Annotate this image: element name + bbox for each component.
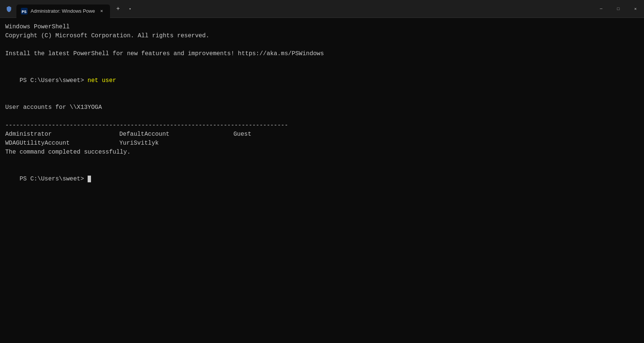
terminal-success: The command completed successfully. <box>5 148 639 157</box>
powershell-tab-icon: PS <box>21 8 28 15</box>
maximize-button[interactable]: □ <box>610 0 627 18</box>
svg-text:PS: PS <box>22 10 27 14</box>
terminal-separator: ----------------------------------------… <box>5 121 639 130</box>
close-button[interactable]: ✕ <box>627 0 644 18</box>
account4: WDAGUtilityAccount <box>5 139 119 148</box>
tab-close-button[interactable]: ✕ <box>98 7 106 15</box>
new-tab-button[interactable]: + <box>111 2 125 16</box>
tab-dropdown-button[interactable]: ▾ <box>125 4 135 14</box>
terminal-prompt-1: PS C:\Users\sweet> net user <box>5 67 639 94</box>
terminal-content[interactable]: Windows PowerShell Copyright (C) Microso… <box>0 18 644 343</box>
spacer-1 <box>5 40 639 49</box>
account1: Administrator <box>5 130 119 139</box>
terminal-line-1: Windows PowerShell <box>5 22 639 31</box>
shield-icon <box>3 3 15 15</box>
terminal-accounts-row2: WDAGUtilityAccountYuriSvitlyk <box>5 139 639 148</box>
terminal-prompt-2: PS C:\Users\sweet> <box>5 166 639 192</box>
titlebar: PS Administrator: Windows Powe ✕ + ▾ ─ □… <box>0 0 644 18</box>
tab-title: Administrator: Windows Powe <box>31 8 95 14</box>
command-1: net user <box>88 77 116 84</box>
prompt-text-1: PS C:\Users\sweet> <box>19 77 87 84</box>
terminal-line-2: Copyright (C) Microsoft Corporation. All… <box>5 31 639 40</box>
terminal-accounts-row1: AdministratorDefaultAccountGuest <box>5 130 639 139</box>
account5: YuriSvitlyk <box>119 140 159 147</box>
cursor <box>88 176 91 182</box>
terminal-user-accounts-header: User accounts for \\X13YOGA <box>5 103 639 112</box>
spacer-4 <box>5 112 639 121</box>
spacer-3 <box>5 94 639 103</box>
spacer-2 <box>5 58 639 67</box>
window-controls: ─ □ ✕ <box>593 0 644 18</box>
account3: Guest <box>233 131 251 138</box>
spacer-5 <box>5 157 639 166</box>
active-tab[interactable]: PS Administrator: Windows Powe ✕ <box>16 4 110 18</box>
terminal-line-4: Install the latest PowerShell for new fe… <box>5 49 639 58</box>
prompt-text-2: PS C:\Users\sweet> <box>19 176 87 182</box>
account2: DefaultAccount <box>119 130 233 139</box>
titlebar-left: PS Administrator: Windows Powe ✕ + ▾ <box>0 2 593 16</box>
minimize-button[interactable]: ─ <box>593 0 610 18</box>
